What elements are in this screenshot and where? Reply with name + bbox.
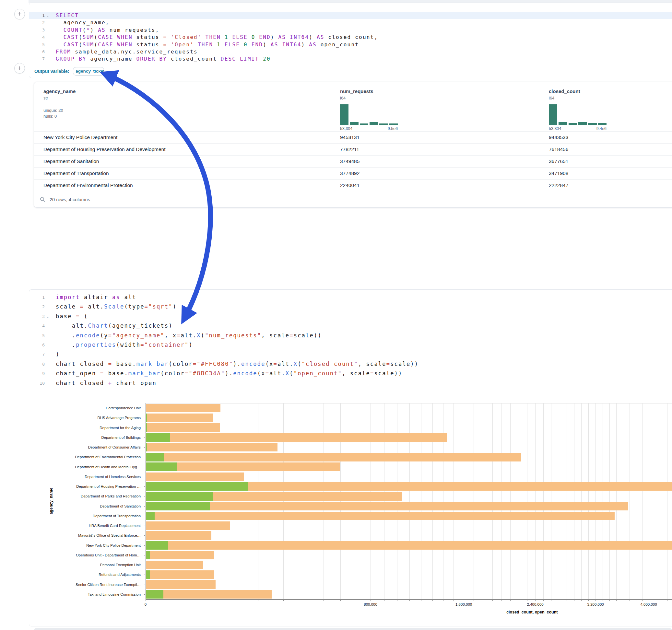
- table-cell: 2222847: [549, 183, 568, 188]
- x-tick: [258, 599, 258, 601]
- y-category-label[interactable]: Department of Consumer Affairs: [29, 445, 141, 449]
- output-variable-label: Output variable:: [34, 69, 69, 74]
- column-header-num-requests[interactable]: num_requests i64 53,304 9.5e6: [340, 89, 398, 131]
- bar-open-count: [146, 571, 150, 579]
- x-tick: [323, 599, 324, 601]
- y-category-label[interactable]: New York City Police Department: [29, 543, 141, 547]
- x-tick: [649, 599, 649, 601]
- code-line[interactable]: 6FROM sample_data.nyc.service_requests: [29, 48, 672, 55]
- code-line[interactable]: 4 CAST(SUM(CASE WHEN status = 'Closed' T…: [29, 34, 672, 41]
- y-category-label[interactable]: Operations Unit - Department of Hom…: [29, 553, 141, 557]
- histogram-bar: [340, 104, 349, 125]
- x-tick: [581, 599, 581, 601]
- code-line[interactable]: 5 CAST(SUM(CASE WHEN status = 'Open' THE…: [29, 41, 672, 48]
- y-category-label[interactable]: Department of Transportation: [29, 514, 141, 518]
- y-category-label[interactable]: Department of Housing Preservation …: [29, 484, 141, 488]
- y-category-label[interactable]: Mayorâ€ s Office of Special Enforce…: [29, 533, 141, 537]
- bar-open-count: [146, 413, 147, 422]
- y-category-label[interactable]: Personal Exemption Unit: [29, 563, 141, 567]
- x-tick: [305, 599, 305, 601]
- y-category-label[interactable]: Department for the Aging: [29, 426, 141, 430]
- bar-open-count: [146, 443, 147, 452]
- code-line[interactable]: 7GROUP BY agency_name ORDER BY closed_co…: [29, 55, 672, 63]
- y-category-label[interactable]: Correspondence Unit: [29, 406, 141, 410]
- y-category-label[interactable]: Department of Health and Mental Hyg…: [29, 465, 141, 469]
- y-category-label[interactable]: Department of Buildings: [29, 436, 141, 439]
- histogram-bar: [588, 123, 597, 125]
- y-category-label[interactable]: Department of Sanitation: [29, 504, 141, 508]
- column-header-agency-name[interactable]: agency_name str unique: 20 nulls: 0: [44, 89, 75, 119]
- column-header-closed-count[interactable]: closed_count i64 53,304 9.4e6: [549, 89, 606, 131]
- x-tick-label: 4,000,000: [640, 602, 657, 606]
- gridline: [370, 403, 371, 599]
- bar-open-count: [146, 541, 168, 550]
- y-tick: [144, 546, 145, 546]
- y-tick: [144, 516, 145, 516]
- gridline: [305, 403, 305, 599]
- code-text: FROM sample_data.nyc.service_requests: [56, 48, 198, 55]
- code-line[interactable]: 3 COUNT(*) AS num_requests,: [29, 27, 672, 34]
- gridline: [258, 403, 258, 599]
- x-tick: [464, 599, 464, 601]
- table-row[interactable]: Department of Environmental Protection22…: [34, 179, 672, 191]
- x-tick: [667, 599, 668, 601]
- table-row[interactable]: Department of Sanitation37494853677651: [34, 155, 672, 167]
- y-tick: [144, 428, 145, 428]
- add-cell-button-middle[interactable]: +: [14, 63, 25, 74]
- table-row[interactable]: New York City Police Department945313194…: [34, 131, 672, 143]
- x-tick: [225, 599, 225, 601]
- x-tick: [501, 599, 502, 601]
- bar-closed-count: [146, 512, 615, 520]
- search-icon[interactable]: [40, 197, 45, 202]
- y-axis-line: [146, 403, 146, 599]
- x-tick: [623, 599, 623, 601]
- x-tick: [661, 599, 661, 601]
- y-category-label[interactable]: Senior Citizen Rent Increase Exempti…: [29, 583, 141, 587]
- python-cell: 1import altair as alt2scale = alt.Scale(…: [29, 289, 672, 626]
- table-row[interactable]: Department of Housing Preservation and D…: [34, 143, 672, 155]
- chevron-down-icon[interactable]: ⌄: [46, 12, 49, 20]
- sql-code-editor[interactable]: 1⌄SELECT 2 agency_name,3 COUNT(*) AS num…: [29, 12, 672, 63]
- y-tick: [144, 526, 145, 526]
- output-variable-badge[interactable]: agency_tickets: [73, 67, 104, 75]
- bar-closed-count: [146, 571, 214, 579]
- y-category-label[interactable]: Taxi and Limousine Commission: [29, 592, 141, 596]
- histogram-bar: [389, 123, 398, 125]
- code-line[interactable]: 2 agency_name,: [29, 19, 672, 26]
- y-tick: [144, 486, 145, 487]
- column-histogram: [549, 104, 606, 125]
- x-tick-label: 1,600,000: [455, 602, 472, 606]
- bar-closed-count: [146, 531, 211, 540]
- gridline: [519, 403, 519, 599]
- gridline: [443, 403, 443, 599]
- y-category-label[interactable]: Department of Parks and Recreation: [29, 494, 141, 498]
- plus-icon: +: [18, 64, 21, 72]
- add-cell-button-top[interactable]: +: [14, 9, 25, 20]
- y-category-label[interactable]: Refunds and Adjustments: [29, 573, 141, 577]
- y-tick: [144, 467, 145, 467]
- table-cell: 9453131: [340, 135, 360, 140]
- y-category-label[interactable]: Department of Environmental Protection: [29, 455, 141, 459]
- x-tick: [474, 599, 474, 601]
- bar-open-count: [146, 423, 147, 432]
- bar-open-count: [146, 590, 163, 599]
- line-number: 3: [29, 27, 45, 34]
- gridline: [574, 403, 574, 599]
- y-category-label[interactable]: Department of Homeless Services: [29, 475, 141, 479]
- table-row[interactable]: Department of Transportation377489234719…: [34, 167, 672, 179]
- gridline: [225, 403, 225, 599]
- line-number: 1: [29, 12, 45, 19]
- table-cell: 2240041: [340, 183, 360, 188]
- gridline: [397, 403, 398, 599]
- y-category-label[interactable]: DHS Advantage Programs: [29, 416, 141, 420]
- x-tick: [340, 599, 341, 601]
- gridline: [603, 403, 603, 599]
- code-line[interactable]: 1⌄SELECT: [29, 12, 672, 19]
- gridline: [474, 403, 474, 599]
- y-tick: [144, 575, 145, 575]
- line-number: 4: [29, 34, 45, 41]
- bar-closed-count: [146, 580, 216, 589]
- y-category-label[interactable]: HRA Benefit Card Replacement: [29, 524, 141, 528]
- histogram-bar: [379, 123, 388, 125]
- gridline: [543, 403, 544, 599]
